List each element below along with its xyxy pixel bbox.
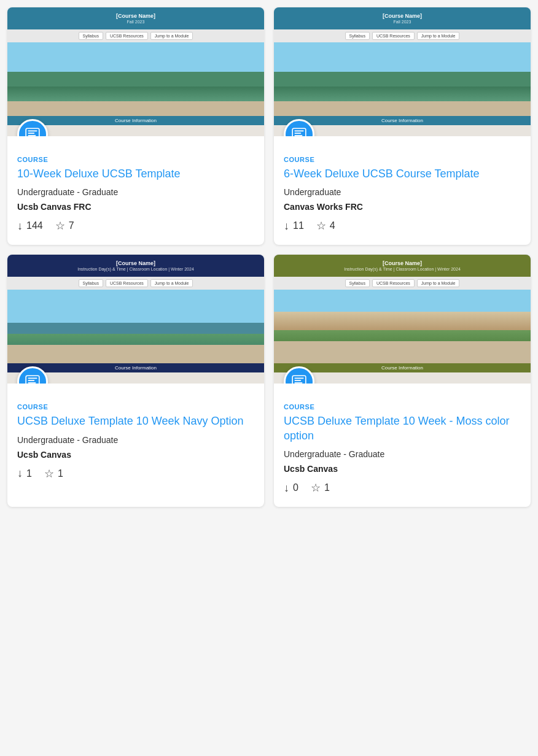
thumb-photo xyxy=(7,290,264,363)
card-stats: ↓ 1 ☆ 1 xyxy=(7,467,264,480)
thumb-footer: Course Information xyxy=(7,116,264,125)
thumb-course-title: [Course Name] xyxy=(383,260,422,267)
star-count: 1 xyxy=(58,468,63,479)
svg-rect-16 xyxy=(294,378,303,379)
card-stats: ↓ 144 ☆ 7 xyxy=(7,219,264,233)
download-icon: ↓ xyxy=(284,220,289,233)
course-card-2[interactable]: [Course Name] Fall 2023 SyllabusUCSB Res… xyxy=(274,7,531,245)
thumb-nav-item: UCSB Resources xyxy=(372,279,415,287)
star-stat: ☆ 1 xyxy=(311,481,330,495)
card-level: Undergraduate - Graduate xyxy=(17,187,254,197)
card-title[interactable]: UCSB Deluxe Template 10 Week - Moss colo… xyxy=(284,414,521,443)
download-count: 11 xyxy=(293,220,304,231)
card-title[interactable]: 10-Week Deluxe UCSB Template xyxy=(17,167,254,181)
svg-rect-18 xyxy=(294,382,302,384)
card-grid: [Course Name] Fall 2023 SyllabusUCSB Res… xyxy=(7,7,531,507)
download-count: 144 xyxy=(26,220,43,231)
card-author: Ucsb Canvas xyxy=(284,464,521,474)
thumb-course-title: [Course Name] xyxy=(116,260,155,267)
thumb-footer: Course Information xyxy=(274,363,531,372)
card-type: COURSE xyxy=(284,403,521,411)
thumb-photo xyxy=(7,42,264,116)
svg-rect-13 xyxy=(28,382,36,384)
thumb-course-subtitle: Instruction Day(s) & Time | Classroom Lo… xyxy=(344,267,461,271)
thumb-header: [Course Name] Instruction Day(s) & Time … xyxy=(7,255,264,277)
star-stat: ☆ 4 xyxy=(316,219,335,233)
download-stat: ↓ 144 xyxy=(17,220,43,233)
download-count: 0 xyxy=(293,482,298,493)
thumb-nav-item: Syllabus xyxy=(345,279,370,287)
download-stat: ↓ 0 xyxy=(284,482,298,495)
star-stat: ☆ 1 xyxy=(44,467,63,480)
thumb-photo xyxy=(274,290,531,363)
card-type: COURSE xyxy=(284,156,521,163)
card-author: Canvas Works FRC xyxy=(284,202,521,212)
thumb-photo xyxy=(274,42,531,116)
card-thumbnail: [Course Name] Instruction Day(s) & Time … xyxy=(274,255,531,384)
thumb-nav-item: UCSB Resources xyxy=(106,279,148,287)
card-type: COURSE xyxy=(17,403,254,411)
card-thumbnail: [Course Name] Fall 2023 SyllabusUCSB Res… xyxy=(274,7,531,136)
svg-rect-6 xyxy=(294,131,303,132)
thumb-nav-item: Jump to a Module xyxy=(417,32,460,40)
download-icon: ↓ xyxy=(17,467,23,480)
card-level: Undergraduate - Graduate xyxy=(284,449,521,459)
thumb-header: [Course Name] Instruction Day(s) & Time … xyxy=(274,255,531,277)
svg-rect-8 xyxy=(294,135,302,136)
star-icon: ☆ xyxy=(44,467,54,480)
card-thumbnail: [Course Name] Instruction Day(s) & Time … xyxy=(7,255,264,384)
star-count: 1 xyxy=(324,482,330,493)
thumb-course-subtitle: Instruction Day(s) & Time | Classroom Lo… xyxy=(77,267,194,271)
star-count: 4 xyxy=(330,220,335,231)
card-title[interactable]: UCSB Deluxe Template 10 Week Navy Option xyxy=(17,414,254,428)
thumb-nav: SyllabusUCSB ResourcesJump to a Module xyxy=(274,277,531,290)
thumb-course-title: [Course Name] xyxy=(116,13,155,20)
star-count: 7 xyxy=(69,220,74,231)
thumb-nav-item: Jump to a Module xyxy=(417,279,460,287)
thumb-nav: SyllabusUCSB ResourcesJump to a Module xyxy=(274,29,531,42)
svg-rect-17 xyxy=(294,380,301,382)
download-icon: ↓ xyxy=(17,220,23,233)
card-author: Ucsb Canvas xyxy=(17,450,254,460)
thumb-nav-item: Jump to a Module xyxy=(150,279,193,287)
course-card-4[interactable]: [Course Name] Instruction Day(s) & Time … xyxy=(274,255,531,507)
card-body: COURSE UCSB Deluxe Template 10 Week Navy… xyxy=(7,384,264,459)
star-icon: ☆ xyxy=(311,481,321,495)
star-icon: ☆ xyxy=(55,219,65,233)
thumb-course-title: [Course Name] xyxy=(383,13,422,20)
thumb-nav-item: Syllabus xyxy=(79,32,103,40)
thumb-nav-item: Syllabus xyxy=(345,32,370,40)
svg-rect-7 xyxy=(294,133,301,134)
card-stats: ↓ 0 ☆ 1 xyxy=(274,481,531,495)
course-icon xyxy=(25,126,41,136)
svg-rect-12 xyxy=(28,380,34,382)
course-card-3[interactable]: [Course Name] Instruction Day(s) & Time … xyxy=(7,255,264,507)
card-body: COURSE 10-Week Deluxe UCSB Template Unde… xyxy=(7,136,264,212)
card-body: COURSE 6-Week Deluxe UCSB Course Templat… xyxy=(274,136,531,212)
card-level: Undergraduate - Graduate xyxy=(17,435,254,445)
thumb-footer: Course Information xyxy=(7,363,264,372)
card-type: COURSE xyxy=(17,156,254,163)
course-icon xyxy=(25,374,41,384)
thumb-course-subtitle: Fall 2023 xyxy=(127,20,145,24)
thumb-nav-item: UCSB Resources xyxy=(106,32,148,40)
download-count: 1 xyxy=(26,468,32,479)
download-stat: ↓ 1 xyxy=(17,467,32,480)
star-stat: ☆ 7 xyxy=(55,219,74,233)
thumb-nav: SyllabusUCSB ResourcesJump to a Module xyxy=(7,29,264,42)
thumb-nav-item: UCSB Resources xyxy=(372,32,415,40)
course-icon xyxy=(291,374,307,384)
card-thumbnail: [Course Name] Fall 2023 SyllabusUCSB Res… xyxy=(7,7,264,136)
thumb-nav-item: Syllabus xyxy=(79,279,103,287)
card-author: Ucsb Canvas FRC xyxy=(17,202,254,212)
thumb-nav-item: Jump to a Module xyxy=(150,32,193,40)
card-title[interactable]: 6-Week Deluxe UCSB Course Template xyxy=(284,167,521,181)
card-level: Undergraduate xyxy=(284,187,521,197)
star-icon: ☆ xyxy=(316,219,326,233)
course-card-1[interactable]: [Course Name] Fall 2023 SyllabusUCSB Res… xyxy=(7,7,264,245)
download-stat: ↓ 11 xyxy=(284,220,304,233)
card-body: COURSE UCSB Deluxe Template 10 Week - Mo… xyxy=(274,384,531,474)
thumb-footer: Course Information xyxy=(274,116,531,125)
thumb-header: [Course Name] Fall 2023 xyxy=(274,7,531,29)
download-icon: ↓ xyxy=(284,482,289,495)
